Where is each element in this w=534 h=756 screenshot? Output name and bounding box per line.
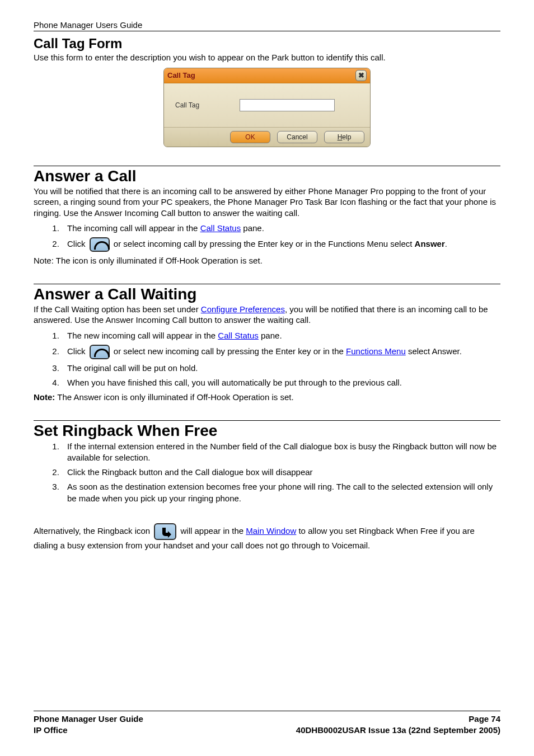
main-window-link[interactable]: Main Window bbox=[246, 526, 296, 536]
close-icon[interactable]: ✖ bbox=[355, 70, 367, 81]
step-text: or select new incoming call by pressing … bbox=[111, 346, 346, 356]
answer-call-waiting-steps: The new incoming call will appear in the… bbox=[62, 330, 500, 389]
doc-header: Phone Manager Users Guide bbox=[34, 20, 500, 31]
step-text: The new incoming call will appear in the bbox=[67, 331, 218, 340]
footer-left: Phone Manager User Guide IP Office bbox=[34, 713, 143, 736]
list-item: The new incoming call will appear in the… bbox=[62, 330, 500, 341]
step-text: Click bbox=[67, 239, 88, 248]
list-item: The original call will be put on hold. bbox=[62, 363, 500, 374]
intro-text: If the Call Waiting option has been set … bbox=[34, 304, 201, 314]
note-text: The Answer icon is only illuminated if O… bbox=[55, 392, 293, 402]
list-item: If the internal extension entered in the… bbox=[62, 441, 500, 464]
step-text: The incoming call will appear in the bbox=[67, 223, 200, 233]
step-text: pane. bbox=[259, 331, 282, 340]
section-divider bbox=[34, 166, 500, 166]
page-footer: Phone Manager User Guide IP Office Page … bbox=[34, 711, 500, 736]
functions-menu-link[interactable]: Functions Menu bbox=[346, 346, 406, 356]
answer-call-waiting-heading: Answer a Call Waiting bbox=[34, 285, 500, 303]
step-text: or select incoming call by pressing the … bbox=[111, 239, 415, 248]
list-item: Click or select new incoming call by pre… bbox=[62, 345, 500, 359]
answer-call-note: Note: The icon is only illuminated if Of… bbox=[34, 255, 500, 266]
footer-right: Page 74 40DHB0002USAR Issue 13a (22nd Se… bbox=[296, 713, 500, 736]
dialog-footer: OK Cancel Help bbox=[164, 127, 370, 147]
answer-call-steps: The incoming call will appear in the Cal… bbox=[62, 223, 500, 252]
footer-page-number: Page 74 bbox=[296, 713, 500, 725]
answer-call-intro: You will be notified that there is an in… bbox=[34, 186, 500, 219]
section-divider bbox=[34, 420, 500, 421]
ringback-steps: If the internal extension entered in the… bbox=[62, 441, 500, 504]
list-item: Click or select incoming call by pressin… bbox=[62, 237, 500, 252]
answer-call-waiting-intro: If the Call Waiting option has been set … bbox=[34, 304, 500, 326]
note-label: Note: bbox=[34, 392, 55, 402]
call-tag-field-label: Call Tag bbox=[175, 101, 199, 109]
footer-product: IP Office bbox=[34, 725, 143, 736]
call-status-link[interactable]: Call Status bbox=[218, 331, 259, 340]
answer-bold: Answer bbox=[415, 239, 445, 248]
help-button[interactable]: Help bbox=[324, 131, 364, 143]
answer-call-waiting-note: Note: The Answer icon is only illuminate… bbox=[34, 392, 500, 403]
answer-call-icon[interactable] bbox=[90, 345, 110, 359]
help-underline: H bbox=[338, 133, 343, 141]
ringback-heading: Set Ringback When Free bbox=[34, 422, 500, 440]
dialog-body: Call Tag bbox=[164, 83, 370, 127]
spacer bbox=[34, 508, 500, 520]
call-tag-input[interactable] bbox=[240, 99, 335, 111]
alt-text: will appear in the bbox=[178, 526, 246, 536]
list-item: When you have finished this call, you wi… bbox=[62, 377, 500, 388]
cancel-button[interactable]: Cancel bbox=[277, 131, 317, 143]
ringback-alt-paragraph: Alternatively, the Ringback icon will ap… bbox=[34, 523, 500, 551]
ringback-icon[interactable] bbox=[154, 523, 176, 540]
call-tag-form-heading: Call Tag Form bbox=[34, 36, 500, 51]
dialog-title: Call Tag bbox=[167, 71, 195, 79]
step-text: . bbox=[445, 239, 447, 248]
section-divider bbox=[34, 284, 500, 284]
step-text: pane. bbox=[241, 223, 264, 233]
footer-guide-name: Phone Manager User Guide bbox=[34, 713, 143, 725]
step-text: Click bbox=[67, 346, 88, 356]
configure-preferences-link[interactable]: Configure Preferences bbox=[201, 304, 285, 314]
step-text: select Answer. bbox=[406, 346, 462, 356]
answer-call-icon[interactable] bbox=[90, 237, 110, 252]
list-item: Click the Ringback button and the Call d… bbox=[62, 467, 500, 478]
alt-text: Alternatively, the Ringback icon bbox=[34, 526, 152, 536]
list-item: As soon as the destination extension bec… bbox=[62, 481, 500, 504]
dialog-titlebar: Call Tag ✖ bbox=[164, 68, 370, 83]
ok-button[interactable]: OK bbox=[230, 131, 270, 143]
footer-issue: 40DHB0002USAR Issue 13a (22nd September … bbox=[296, 725, 500, 736]
answer-call-heading: Answer a Call bbox=[34, 167, 500, 185]
call-tag-form-intro: Use this form to enter the description y… bbox=[34, 52, 500, 63]
list-item: The incoming call will appear in the Cal… bbox=[62, 223, 500, 234]
call-tag-dialog: Call Tag ✖ Call Tag OK Cancel Help bbox=[163, 68, 371, 147]
call-tag-dialog-image: Call Tag ✖ Call Tag OK Cancel Help bbox=[34, 68, 500, 149]
call-status-link[interactable]: Call Status bbox=[200, 223, 241, 233]
